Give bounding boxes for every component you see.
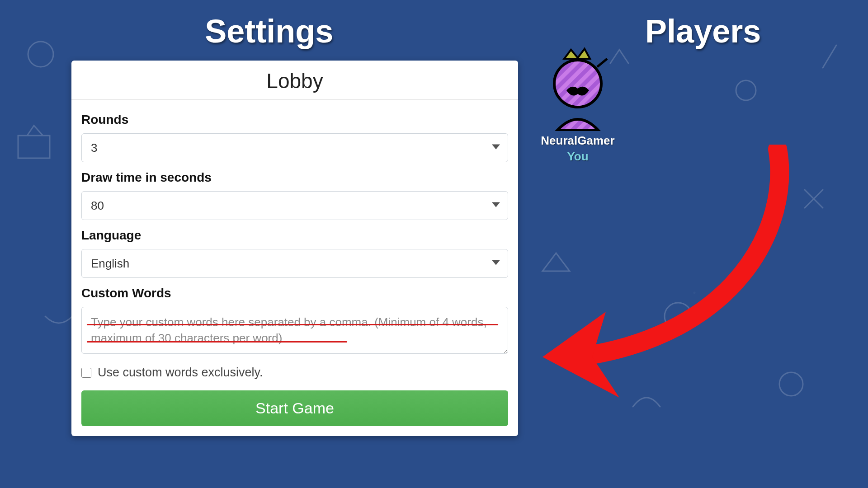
avatar [539,45,616,131]
svg-point-2 [665,303,692,330]
rounds-select[interactable]: 3 [81,133,508,162]
panel-title: Lobby [71,61,518,100]
svg-point-1 [736,80,756,100]
annotation-underline [87,324,498,325]
drawtime-select[interactable]: 80 [81,191,508,220]
language-select[interactable]: English [81,249,508,278]
svg-line-6 [597,59,607,67]
svg-point-3 [779,372,803,396]
players-heading: Players [538,13,868,50]
svg-point-7 [554,60,601,107]
lobby-panel: Lobby Rounds 3 Draw time in seconds 80 L… [71,61,518,436]
player-card: NeuralGamer You [533,45,623,164]
exclusive-checkbox[interactable] [81,368,91,378]
drawtime-label: Draw time in seconds [81,170,508,185]
settings-heading: Settings [0,13,538,50]
player-name: NeuralGamer [533,134,623,148]
start-game-button[interactable]: Start Game [81,390,508,426]
annotation-underline [87,341,347,343]
exclusive-label[interactable]: Use custom words exclusively. [98,366,263,380]
player-you-label: You [533,150,623,164]
language-label: Language [81,228,508,243]
customwords-label: Custom Words [81,286,508,300]
customwords-input[interactable] [81,307,508,354]
rounds-label: Rounds [81,113,508,127]
annotation-arrow-icon [524,145,805,416]
